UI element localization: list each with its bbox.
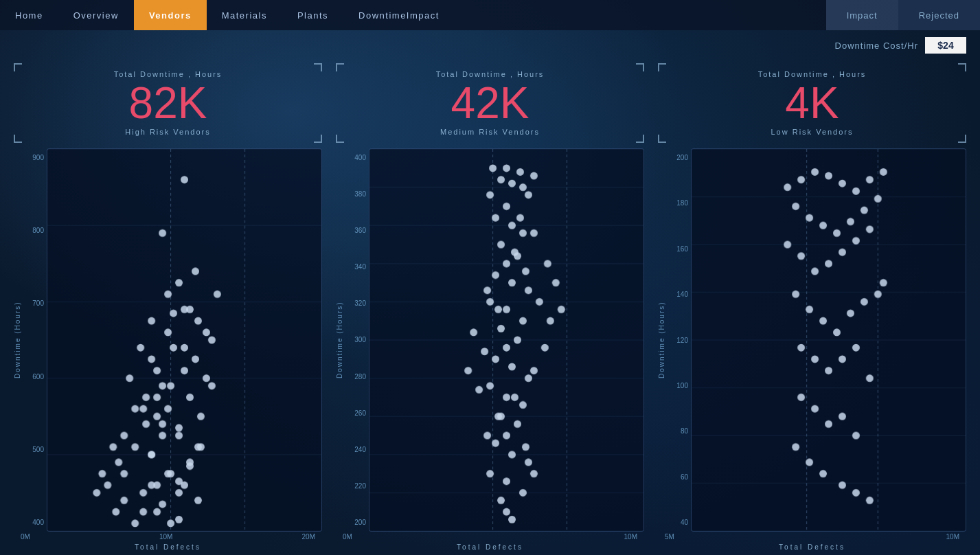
scatter-plot <box>691 148 966 532</box>
chart-wrapper: Downtime (Hours) 20018016014012010080604… <box>658 148 966 532</box>
nav-item-overview[interactable]: Overview <box>58 0 134 30</box>
chart-bottom-title: Total Defects <box>130 543 205 551</box>
y-axis-label: 200 <box>354 519 366 526</box>
bottom-title-text: Total Defects <box>457 543 523 551</box>
bottom-title-text: Total Defects <box>779 543 845 551</box>
bottom-title-text: Total Defects <box>135 543 201 551</box>
y-axis-label: 300 <box>354 336 366 343</box>
y-axis-label: 400 <box>32 519 44 526</box>
chart-y-area: Downtime (Hours) 40038036034032030028026… <box>336 148 369 532</box>
x-axis-label: 10M <box>624 533 637 541</box>
chart-container-low-risk-chart: Downtime (Hours) 20018016014012010080604… <box>658 148 966 551</box>
chart-y-area: Downtime (Hours) 900800700600500400 <box>14 148 47 532</box>
corner-br <box>636 135 644 143</box>
corner-bl <box>336 135 344 143</box>
y-labels: 900800700600500400 <box>23 148 47 532</box>
x-labels-row: 5M10M <box>658 533 966 541</box>
kpi-low-risk: Total Downtime , Hours 4K Low Risk Vendo… <box>658 63 966 143</box>
scatter-plot <box>47 148 322 532</box>
chart-wrapper: Downtime (Hours) 900800700600500400 <box>14 148 322 532</box>
kpi-medium-risk: Total Downtime , Hours 42K Medium Risk V… <box>336 63 644 143</box>
x-axis-label: 10M <box>159 533 172 541</box>
chart-box <box>691 148 966 532</box>
chart-y-area: Downtime (Hours) 20018016014012010080604… <box>658 148 691 532</box>
y-axis-label: 40 <box>681 519 688 526</box>
corner-tr <box>314 63 322 71</box>
y-axis-label: 360 <box>354 227 366 234</box>
y-axis-label: 900 <box>32 154 44 161</box>
chart-container-high-risk-chart: Downtime (Hours) 900800700600500400 0M10… <box>14 148 322 551</box>
y-axis-label: 240 <box>354 446 366 453</box>
nav-item-plants[interactable]: Plants <box>282 0 343 30</box>
downtime-cost-label: Downtime Cost/Hr <box>835 41 918 51</box>
y-axis-label: 600 <box>32 373 44 381</box>
nav-item-materials[interactable]: Materials <box>207 0 282 30</box>
y-axis-label: 120 <box>676 337 688 344</box>
chart-box <box>369 148 644 532</box>
x-axis-label: 20M <box>302 533 315 541</box>
scatter-plot <box>369 148 644 532</box>
corner-br <box>958 135 966 143</box>
corner-br <box>314 135 322 143</box>
y-axis-label: 260 <box>354 409 366 417</box>
kpi-title: Total Downtime , Hours <box>669 70 955 78</box>
kpi-subtitle: High Risk Vendors <box>25 128 311 136</box>
scatter-canvas <box>47 149 321 531</box>
corner-tl <box>14 63 22 71</box>
x-axis-label: 0M <box>343 533 352 541</box>
y-axis-label: 160 <box>676 245 688 253</box>
y-axis-label: 700 <box>32 299 44 307</box>
downtime-cost-value[interactable]: $24 <box>925 37 966 54</box>
chart-bottom-title: Total Defects <box>453 543 527 551</box>
x-labels-row: 0M10M20M <box>14 533 322 541</box>
kpi-row: Total Downtime , Hours 82K High Risk Ven… <box>14 63 966 143</box>
y-axis-label: 140 <box>676 291 688 298</box>
impact-button[interactable]: Impact <box>826 0 898 30</box>
kpi-value: 4K <box>669 81 955 125</box>
y-axis-label: 320 <box>354 299 366 307</box>
kpi-high-risk: Total Downtime , Hours 82K High Risk Ven… <box>14 63 322 143</box>
y-axis-label: 100 <box>676 382 688 389</box>
nav-item-vendors[interactable]: Vendors <box>134 0 207 30</box>
y-axis-label: 800 <box>32 227 44 234</box>
y-axis-label: 180 <box>676 199 688 207</box>
y-axis-label: 200 <box>676 154 688 161</box>
chart-bottom-title: Total Defects <box>775 543 850 551</box>
top-navigation: HomeOverviewVendorsMaterialsPlantsDownti… <box>0 0 980 30</box>
nav-item-downtime-impact[interactable]: DowntimeImpact <box>343 0 455 30</box>
corner-tr <box>636 63 644 71</box>
downtime-cost-row: Downtime Cost/Hr $24 <box>0 30 980 60</box>
corner-tr <box>958 63 966 71</box>
y-axis-title: Downtime (Hours) <box>14 148 21 532</box>
nav-item-home[interactable]: Home <box>0 0 58 30</box>
x-axis-label: 0M <box>21 533 30 541</box>
x-axis-label: 5M <box>665 533 674 541</box>
y-axis-label: 340 <box>354 263 366 271</box>
kpi-subtitle: Low Risk Vendors <box>669 128 955 136</box>
rejected-button[interactable]: Rejected <box>898 0 980 30</box>
corner-tl <box>658 63 666 71</box>
kpi-title: Total Downtime , Hours <box>347 70 633 78</box>
scatter-canvas <box>692 149 966 531</box>
nav-bar: HomeOverviewVendorsMaterialsPlantsDownti… <box>0 0 826 30</box>
kpi-subtitle: Medium Risk Vendors <box>347 128 633 136</box>
kpi-title: Total Downtime , Hours <box>25 70 311 78</box>
y-axis-label: 60 <box>681 473 688 481</box>
kpi-value: 82K <box>25 81 311 125</box>
chart-wrapper: Downtime (Hours) 40038036034032030028026… <box>336 148 644 532</box>
chart-container-medium-risk-chart: Downtime (Hours) 40038036034032030028026… <box>336 148 644 551</box>
corner-bl <box>14 135 22 143</box>
kpi-value: 42K <box>347 81 633 125</box>
y-axis-title: Downtime (Hours) <box>336 148 343 532</box>
y-labels: 400380360340320300280260240220200 <box>345 148 369 532</box>
chart-box <box>47 148 322 532</box>
y-axis-label: 220 <box>354 482 366 490</box>
corner-tl <box>336 63 344 71</box>
charts-row: Downtime (Hours) 900800700600500400 0M10… <box>14 148 966 551</box>
y-axis-label: 400 <box>354 154 366 161</box>
main-content: Total Downtime , Hours 82K High Risk Ven… <box>0 60 980 555</box>
x-labels-row: 0M10M <box>336 533 644 541</box>
y-axis-label: 280 <box>354 373 366 381</box>
top-right-buttons: Impact Rejected <box>826 0 980 30</box>
y-axis-label: 80 <box>681 427 688 435</box>
